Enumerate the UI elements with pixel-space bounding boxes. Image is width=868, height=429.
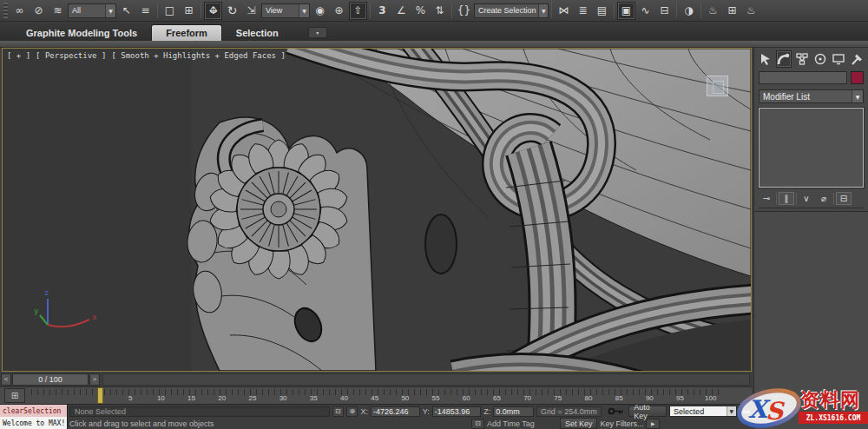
set-key-button[interactable]: Set Key	[560, 418, 598, 429]
modifier-list-dropdown[interactable]: Modifier List ▼	[759, 89, 864, 103]
move-v-icon: ↕	[208, 4, 217, 16]
time-slider-value[interactable]: 0 / 100	[12, 373, 89, 386]
z-coordinate-field[interactable]: 0.0mm	[493, 406, 533, 417]
viewport-menu-label[interactable]: [ + ]	[7, 51, 30, 60]
utilities-hammer-icon	[850, 52, 864, 66]
make-unique-button[interactable]: ∨	[799, 192, 814, 205]
layer-manager-button[interactable]: ▤	[593, 2, 611, 20]
bind-to-spacewarp-button[interactable]: ≋	[49, 2, 67, 20]
tab-graphite-modeling-tools[interactable]: Graphite Modeling Tools	[12, 24, 151, 41]
select-and-move-button[interactable]: ↔ ↕	[204, 2, 222, 20]
grid-size-display: Grid = 254.0mm	[536, 406, 602, 417]
pin-stack-button[interactable]: ⊸	[759, 192, 774, 205]
selection-lock-toggle[interactable]: ⊡	[332, 406, 344, 417]
tab-modify[interactable]	[776, 50, 792, 68]
tab-hierarchy[interactable]	[794, 50, 810, 68]
object-name-field[interactable]	[759, 71, 847, 84]
tab-display[interactable]	[831, 50, 846, 68]
listener-macro-line[interactable]: clearSelection	[0, 405, 67, 417]
perspective-viewport[interactable]: [ + ] [ Perspective ] [ Smooth + Highlig…	[2, 48, 752, 372]
tab-motion[interactable]	[812, 50, 828, 68]
select-and-scale-button[interactable]: ⇲	[242, 2, 260, 20]
tab-create[interactable]	[758, 50, 773, 68]
key-filters-button[interactable]: Key Filters...	[600, 419, 643, 428]
graphite-modeling-tools-toggle[interactable]: ▣	[617, 2, 635, 20]
tab-utilities[interactable]	[849, 50, 865, 68]
modifier-stack-list[interactable]	[759, 108, 864, 188]
tick-label: 45	[365, 394, 385, 402]
selection-set-value: Selected	[674, 407, 704, 416]
x-coordinate-field[interactable]: -4726.246	[371, 406, 420, 417]
watermark-url-bar: ZL.XS1616.COM	[799, 412, 868, 424]
listener-script-line[interactable]: Welcome to MAX!	[0, 417, 67, 429]
watermark-site-name: 资料网	[800, 387, 860, 413]
time-slider-track[interactable]	[102, 373, 750, 386]
remove-modifier-button[interactable]: ⌀	[816, 192, 832, 205]
status-bar: clearSelection Welcome to MAX! None Sele…	[0, 405, 752, 429]
unlink-selection-button[interactable]: ⊘	[30, 2, 48, 20]
isolate-selection-toggle[interactable]: ⊡	[471, 419, 484, 429]
window-crossing-toggle[interactable]: ⊞	[180, 2, 198, 20]
set-key-mode-key-icon[interactable]	[608, 406, 624, 416]
rectangular-selection-region-button[interactable]: □	[161, 2, 179, 20]
keyboard-shortcut-override-toggle[interactable]: ⇧	[349, 2, 367, 20]
tick-label: 15	[182, 394, 201, 402]
y-coordinate-field[interactable]: -14853.96	[432, 406, 482, 417]
tab-selection[interactable]: Selection	[222, 24, 293, 41]
svg-text:z: z	[44, 288, 49, 297]
previous-frame-button[interactable]: <	[1, 373, 11, 386]
spinner-snap-toggle[interactable]: ⇅	[431, 2, 449, 20]
auto-key-button[interactable]: Auto Key	[628, 406, 667, 417]
svg-text:x: x	[92, 313, 97, 321]
maxscript-mini-listener[interactable]: clearSelection Welcome to MAX!	[0, 405, 68, 429]
use-pivot-point-center-button[interactable]: ◉	[311, 2, 329, 20]
separator	[796, 193, 797, 204]
chevron-down-icon: ▼	[852, 90, 863, 102]
ribbon-minimize-button[interactable]: ▾	[308, 27, 327, 38]
tab-freeform[interactable]: Freeform	[151, 24, 222, 41]
schematic-view-button[interactable]: ⊟	[655, 2, 674, 20]
show-end-result-button[interactable]: ∥	[779, 192, 794, 205]
configure-modifier-sets-button[interactable]: ⊟	[836, 192, 852, 205]
select-and-link-button[interactable]: ∞	[10, 2, 29, 20]
selection-set-dropdown[interactable]: Selected ▼	[669, 406, 737, 417]
select-and-manipulate-button[interactable]: ⊕	[330, 2, 348, 20]
logo-letter-s: S	[766, 397, 786, 426]
mirror-button[interactable]: ⋈	[555, 2, 573, 20]
current-frame-marker[interactable]	[97, 387, 103, 404]
named-selection-sets-dropdown[interactable]: Create Selection Se ▼	[474, 3, 549, 18]
align-button[interactable]: ≣	[574, 2, 592, 20]
toolbar-grip[interactable]	[3, 3, 8, 18]
viewport-label: [ + ] [ Perspective ] [ Smooth + Highlig…	[7, 51, 286, 60]
next-frame-button[interactable]: >	[89, 373, 100, 386]
viewport-shading-label[interactable]: [ Smooth + Highlights + Edged Faces ]	[111, 51, 285, 60]
x-label: X:	[360, 407, 368, 416]
object-name-row	[754, 69, 868, 86]
snaps-toggle-3d[interactable]: 3	[373, 2, 391, 20]
curve-editor-button[interactable]: ∿	[636, 2, 654, 20]
edit-named-selection-sets-button[interactable]: {}	[455, 2, 473, 20]
add-time-tag[interactable]: Add Time Tag	[487, 419, 535, 428]
selection-status: None Selected	[69, 406, 330, 417]
material-editor-button[interactable]: ◑	[680, 2, 698, 20]
modify-icon	[777, 52, 791, 66]
render-production-button[interactable]: ♨	[742, 2, 760, 20]
rendered-frame-window-button[interactable]: ⊞	[723, 2, 741, 20]
viewport-view-label[interactable]: [ Perspective ]	[36, 51, 106, 60]
toolbar-separator	[201, 3, 201, 18]
play-button[interactable]: ▶	[646, 419, 660, 429]
reference-coordinate-system-dropdown[interactable]: View ▼	[261, 3, 310, 18]
select-object-button[interactable]: ↖	[117, 2, 135, 20]
angle-snap-toggle[interactable]: ∠	[392, 2, 411, 20]
select-by-name-button[interactable]: ≡	[136, 2, 155, 20]
mini-curve-editor-button[interactable]: ⊞	[4, 388, 25, 403]
percent-snap-toggle[interactable]: %	[411, 2, 430, 20]
toolbar-separator	[614, 3, 615, 18]
object-color-swatch[interactable]	[851, 71, 864, 84]
select-and-rotate-button[interactable]: ↻	[223, 2, 241, 20]
coord-system-value: View	[266, 6, 282, 15]
render-setup-button[interactable]: ♨	[704, 2, 722, 20]
selection-filter-dropdown[interactable]: All ▼	[68, 3, 116, 18]
viewport-overlay-widget	[707, 76, 728, 96]
absolute-offset-toggle[interactable]: ⊕	[346, 406, 358, 417]
